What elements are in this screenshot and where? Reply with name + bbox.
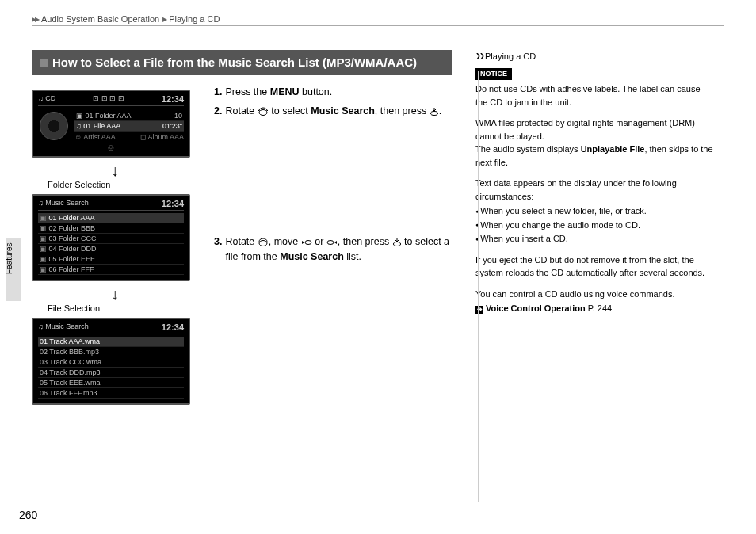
svg-point-5 — [393, 242, 400, 246]
sidebar-heading: ❯❯ Playing a CD — [475, 50, 713, 63]
svg-point-4 — [327, 240, 334, 244]
arrow-down-icon: ↓ — [32, 162, 198, 178]
svg-point-3 — [305, 240, 311, 244]
album-info: ◻ Album AAA — [140, 133, 184, 141]
screen-indicators: ⊡ ⊡ ⊡ ⊡ — [93, 94, 124, 104]
press-dial-icon — [430, 107, 439, 116]
screen-title: ♫ CD — [38, 94, 55, 104]
list-item: 05 Folder EEE — [38, 254, 184, 265]
notice-text: Do not use CDs with adhesive labels. The… — [475, 82, 713, 109]
list-item: When you change the audio mode to CD. — [475, 219, 713, 232]
link-arrow-icon: ➔ — [475, 306, 483, 314]
breadcrumb-section: Audio System Basic Operation — [41, 14, 159, 24]
sidebar-bullet-list: When you select a new folder, file, or t… — [475, 204, 713, 246]
screenshot-cd-playing: ♫ CD ⊡ ⊡ ⊡ ⊡ 12:34 ▣ 01 Folder AAA -10 — [32, 90, 190, 158]
step-3: 3. Rotate , move or , then press to sele… — [214, 235, 452, 265]
screen-clock: 12:34 — [162, 199, 184, 208]
screen-title: ♫ Music Search — [38, 322, 89, 332]
list-item: When you insert a CD. — [475, 232, 713, 246]
folder-line: ▣ 01 Folder AAA -10 — [74, 111, 184, 121]
list-item: 01 Folder AAA — [38, 213, 184, 223]
cross-reference-link[interactable]: ➔Voice Control Operation P. 244 — [475, 302, 713, 315]
disc-icon — [40, 112, 68, 140]
file-line-selected: ♫ 01 File AAA 01'23" — [74, 121, 184, 132]
list-item: 06 Folder FFF — [38, 265, 184, 275]
side-tab-label: Features — [5, 260, 13, 274]
sidebar-paragraph: Text data appears on the display under t… — [475, 177, 713, 203]
column-divider — [478, 71, 479, 502]
bottom-disc-icon: ◎ — [38, 143, 184, 151]
screenshot-folder-list: ♫ Music Search 12:34 01 Folder AAA 02 Fo… — [32, 194, 190, 281]
notice-badge: NOTICE — [475, 68, 512, 81]
rotate-dial-icon — [258, 238, 269, 247]
heading-square-icon — [40, 59, 48, 67]
sidebar-paragraph: You can control a CD audio using voice c… — [475, 288, 713, 301]
svg-point-0 — [259, 109, 267, 115]
list-item: 03 Folder CCC — [38, 234, 184, 244]
list-item: 05 Track EEE.wma — [38, 378, 184, 388]
breadcrumb-arrow-icon: ▶▶ — [32, 16, 38, 23]
section-heading: How to Select a File from the Music Sear… — [32, 50, 452, 75]
move-left-icon — [301, 238, 312, 246]
svg-point-1 — [430, 111, 437, 115]
side-tab-features: Features — [6, 238, 21, 301]
screen-clock: 12:34 — [162, 322, 184, 332]
sidebar-heading-icon: ❯❯ — [475, 51, 483, 61]
list-item: 04 Folder DDD — [38, 244, 184, 254]
step-1: 1. Press the MENU button. — [214, 85, 452, 100]
arrow-down-icon: ↓ — [32, 286, 198, 302]
list-item: When you select a new folder, file, or t… — [475, 204, 713, 218]
sidebar-paragraph: WMA files protected by digital rights ma… — [475, 116, 713, 169]
artist-info: ☺ Artist AAA — [74, 133, 116, 141]
press-dial-icon — [392, 238, 402, 247]
breadcrumb: ▶▶ Audio System Basic Operation ▶ Playin… — [32, 14, 724, 26]
breadcrumb-arrow-icon: ▶ — [162, 16, 166, 23]
list-item: 03 Track CCC.wma — [38, 357, 184, 368]
screenshot-file-list: ♫ Music Search 12:34 01 Track AAA.wma 02… — [32, 318, 190, 405]
sidebar-paragraph: If you eject the CD but do not remove it… — [475, 254, 713, 280]
list-item: 06 Track FFF.mp3 — [38, 388, 184, 399]
list-item: 01 Track AAA.wma — [38, 337, 184, 347]
page-number: 260 — [19, 509, 37, 521]
move-right-icon — [326, 238, 338, 246]
screen-title: ♫ Music Search — [38, 199, 89, 208]
section-heading-text: How to Select a File from the Music Sear… — [52, 55, 417, 69]
list-item: 04 Track DDD.mp3 — [38, 368, 184, 378]
list-item: 02 Folder BBB — [38, 223, 184, 234]
list-item: 02 Track BBB.mp3 — [38, 347, 184, 357]
screen-clock: 12:34 — [162, 94, 184, 104]
rotate-dial-icon — [258, 107, 269, 116]
caption-folder-selection: Folder Selection — [32, 180, 198, 189]
caption-file-selection: File Selection — [32, 303, 198, 313]
svg-point-2 — [259, 240, 267, 246]
breadcrumb-page: Playing a CD — [169, 14, 220, 24]
step-2: 2. Rotate to select Music Search, then p… — [214, 104, 452, 119]
